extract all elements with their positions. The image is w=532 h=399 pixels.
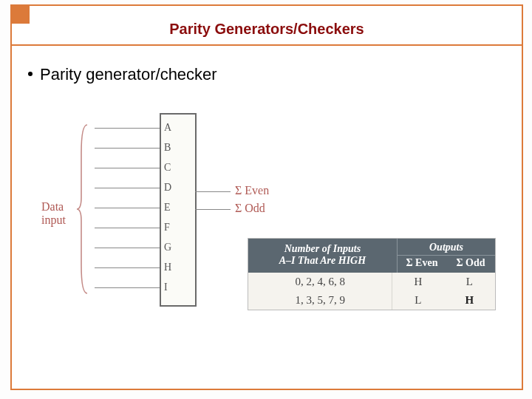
title-underline (10, 44, 523, 46)
input-label-F: F (164, 222, 179, 233)
input-line (95, 128, 160, 129)
input-line (95, 188, 160, 188)
table-cell-odd: H (444, 291, 495, 310)
table-header-left: Number of Inputs A–I That Are HIGH (248, 239, 398, 273)
table-cell-even: H (392, 273, 443, 291)
input-label-G: G (164, 242, 179, 253)
table-cell-odd: L (444, 273, 495, 291)
table-header-even: Σ Even (398, 256, 446, 272)
output-line-even (195, 191, 231, 192)
input-line (95, 208, 160, 208)
input-line (95, 287, 160, 288)
output-label-odd: Σ Odd (235, 202, 265, 215)
input-line (95, 148, 160, 149)
input-label-C: C (164, 162, 179, 174)
slide-frame: Parity Generators/Checkers Parity genera… (10, 4, 523, 390)
input-line (95, 267, 160, 268)
input-label-H: H (164, 262, 179, 273)
input-label-B: B (164, 142, 179, 154)
brace-icon (77, 123, 90, 295)
input-label-D: D (164, 182, 179, 194)
table-header: Number of Inputs A–I That Are HIGH Outpu… (248, 239, 495, 273)
input-line (95, 228, 160, 228)
bullet-line: Parity generator/checker (28, 65, 217, 84)
bullet-dot-icon (28, 72, 33, 76)
table-header-left-l1: Number of Inputs (254, 243, 391, 255)
table-cell-cond: 1, 3, 5, 7, 9 (248, 291, 392, 310)
input-label-I: I (164, 282, 179, 293)
table-row: 0, 2, 4, 6, 8 H L (248, 273, 495, 291)
output-label-even: Σ Even (235, 184, 269, 197)
bullet-text: Parity generator/checker (40, 65, 217, 83)
input-line (95, 248, 160, 248)
table-header-odd: Σ Odd (446, 256, 495, 272)
table-header-left-l2: A–I That Are HIGH (254, 255, 391, 267)
table-cell-even: L (392, 291, 443, 310)
output-line-odd (195, 209, 231, 210)
parity-table: Number of Inputs A–I That Are HIGH Outpu… (248, 239, 495, 310)
slide-title: Parity Generators/Checkers (12, 21, 522, 38)
table-cell-cond: 0, 2, 4, 6, 8 (248, 273, 392, 291)
input-label-A: A (164, 122, 179, 134)
data-input-label: Data input (41, 200, 66, 227)
input-line (95, 168, 160, 168)
input-label-E: E (164, 202, 179, 214)
table-header-right: Outputs Σ Even Σ Odd (398, 239, 495, 273)
table-row: 1, 3, 5, 7, 9 L H (248, 291, 495, 310)
table-header-outputs: Outputs (398, 239, 495, 256)
